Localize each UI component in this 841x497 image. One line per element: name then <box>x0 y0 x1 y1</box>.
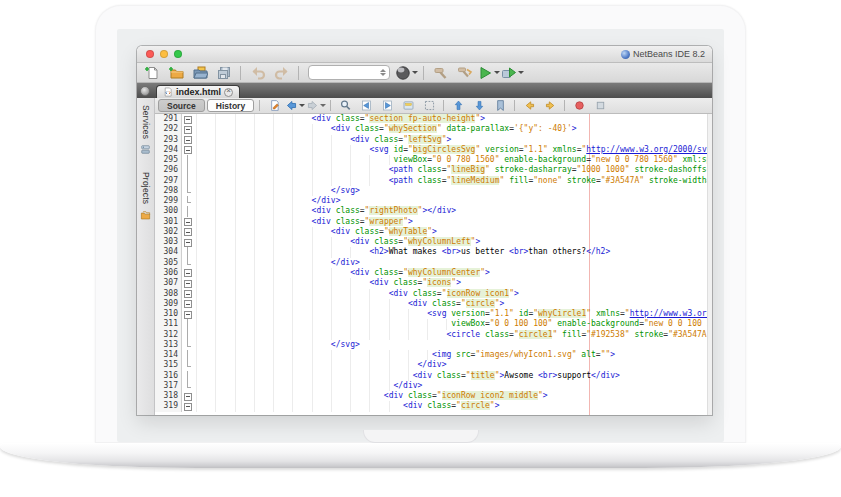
code-line-306[interactable]: 306<div class="whyColumnCenter"> <box>155 268 712 278</box>
fold-marker[interactable] <box>182 217 195 227</box>
dropdown-caret-icon[interactable] <box>412 71 418 74</box>
view-switch: SourceHistory <box>158 99 254 112</box>
fold-marker[interactable] <box>182 278 195 288</box>
previous-bookmark-button[interactable] <box>449 98 467 113</box>
fold-marker[interactable] <box>182 309 195 319</box>
code-line-291[interactable]: 291<div class="section fp-auto-height"> <box>155 114 712 124</box>
fold-marker[interactable] <box>182 391 195 401</box>
open-project-icon <box>192 65 208 81</box>
code-line-311[interactable]: 311viewBox="0 0 100 100" enable-backgrou… <box>155 319 712 329</box>
clean-build-project-button[interactable] <box>454 63 475 82</box>
open-project-button[interactable] <box>189 63 210 82</box>
new-project-button[interactable] <box>165 63 186 82</box>
shift-line-right-button[interactable] <box>541 98 559 113</box>
sidebar-tab-services[interactable]: Services <box>140 105 151 159</box>
find-previous-occurrence-button[interactable] <box>357 98 375 113</box>
code-line-312[interactable]: 312<circle class="circle1" fill="#192538… <box>155 330 712 340</box>
code-line-301[interactable]: 301<div class="wrapper"> <box>155 217 712 227</box>
code-line-300[interactable]: 300<div class="rightPhoto"></div> <box>155 206 712 216</box>
zoom-window-button[interactable] <box>174 50 182 58</box>
toggle-bookmark-button[interactable] <box>491 98 509 113</box>
close-tab-icon[interactable] <box>224 88 233 97</box>
code-line-309[interactable]: 309<div class="circle"> <box>155 299 712 309</box>
shift-line-left-button[interactable] <box>520 98 538 113</box>
debug-project-button[interactable] <box>502 63 523 82</box>
close-window-button[interactable] <box>146 50 154 58</box>
netbeans-window: NetBeans IDE 8.2 index.html Services Pro… <box>137 46 712 415</box>
code-line-308[interactable]: 308<div class="iconRow icon1"> <box>155 289 712 299</box>
view-source-button[interactable]: Source <box>158 99 205 112</box>
code-line-298[interactable]: 298</svg> <box>155 186 712 196</box>
code-text: </div> <box>195 360 446 370</box>
code-line-314[interactable]: 314<img src="images/whyIcon1.svg" alt=""… <box>155 350 712 360</box>
error-stripe[interactable] <box>707 114 712 415</box>
code-line-297[interactable]: 297<path class="lineMedium" fill="none" … <box>155 176 712 186</box>
find-next-occurrence-button[interactable] <box>378 98 396 113</box>
dropdown-caret-icon[interactable] <box>299 104 305 107</box>
start-macro-recording-button[interactable] <box>570 98 588 113</box>
save-all-button[interactable] <box>213 63 234 82</box>
code-line-318[interactable]: 318<div class="iconRow icon2 middle"> <box>155 391 712 401</box>
fold-marker[interactable] <box>182 237 195 247</box>
last-edit-button[interactable] <box>265 98 283 113</box>
indent-guides <box>196 217 312 227</box>
fold-marker[interactable] <box>182 114 195 124</box>
code-line-292[interactable]: 292<div class="whySection" data-parallax… <box>155 124 712 134</box>
find-button[interactable] <box>336 98 354 113</box>
toolbar-separator <box>443 100 444 111</box>
fold-marker[interactable] <box>182 135 195 145</box>
indent-guides <box>196 381 393 391</box>
code-line-305[interactable]: 305</div> <box>155 258 712 268</box>
code-line-319[interactable]: 319<div class="circle"> <box>155 401 712 411</box>
sidebar-tab-projects[interactable]: Projects <box>140 172 151 224</box>
code-line-296[interactable]: 296<path class="lineBig" stroke-dasharra… <box>155 165 712 175</box>
code-line-316[interactable]: 316<div class="title">Awsome <br>support… <box>155 371 712 381</box>
fold-marker[interactable] <box>182 227 195 237</box>
back-button[interactable] <box>286 98 304 113</box>
combobox-stepper-icon[interactable] <box>380 69 386 76</box>
toolbar-separator <box>514 100 515 111</box>
code-editor[interactable]: 291<div class="section fp-auto-height">2… <box>155 114 712 415</box>
build-project-button[interactable] <box>430 63 451 82</box>
code-line-293[interactable]: 293<div class="leftSvg"> <box>155 135 712 145</box>
browser-select-button[interactable] <box>396 63 417 82</box>
tab-index-html[interactable]: index.html <box>156 85 240 98</box>
project-configuration-combobox[interactable] <box>308 65 390 80</box>
next-bookmark-button[interactable] <box>470 98 488 113</box>
stop-macro-recording-button[interactable] <box>591 98 609 113</box>
code-line-294[interactable]: 294<svg id="bigCirclesSvg" version="1.1"… <box>155 145 712 155</box>
undo-button[interactable] <box>247 63 268 82</box>
fold-marker[interactable] <box>182 289 195 299</box>
fold-marker[interactable] <box>182 401 195 411</box>
code-line-299[interactable]: 299</div> <box>155 196 712 206</box>
code-line-315[interactable]: 315</div> <box>155 360 712 370</box>
dropdown-caret-icon[interactable] <box>320 104 326 107</box>
code-line-303[interactable]: 303<div class="whyColumnLeft"> <box>155 237 712 247</box>
editor-tab-corner-icon[interactable] <box>140 86 150 96</box>
code-line-304[interactable]: 304<h2>What makes <br>us better <br>than… <box>155 247 712 257</box>
new-file-button[interactable] <box>141 63 162 82</box>
fold-marker[interactable] <box>182 145 195 155</box>
run-project-button[interactable] <box>478 63 499 82</box>
line-number: 295 <box>155 155 182 165</box>
forward-button[interactable] <box>307 98 325 113</box>
minimize-window-button[interactable] <box>160 50 168 58</box>
line-number: 311 <box>155 319 182 329</box>
code-line-313[interactable]: 313</svg> <box>155 340 712 350</box>
code-line-310[interactable]: 310<svg version="1.1" id="whyCircle1" xm… <box>155 309 712 319</box>
code-line-295[interactable]: 295viewBox="0 0 780 1560" enable-backgro… <box>155 155 712 165</box>
dropdown-caret-icon[interactable] <box>518 71 524 74</box>
dropdown-caret-icon[interactable] <box>494 71 500 74</box>
fold-marker[interactable] <box>182 299 195 309</box>
code-line-302[interactable]: 302<div class="whyTable"> <box>155 227 712 237</box>
fold-marker[interactable] <box>182 268 195 278</box>
view-history-button[interactable]: History <box>207 99 254 112</box>
redo-button[interactable] <box>271 63 292 82</box>
code-text: <h2>What makes <br>us better <br>than ot… <box>195 247 610 257</box>
toggle-highlight-search-button[interactable] <box>399 98 417 113</box>
fold-marker[interactable] <box>182 124 195 134</box>
code-line-307[interactable]: 307<div class="icons"> <box>155 278 712 288</box>
toggle-rectangular-selection-button[interactable] <box>420 98 438 113</box>
code-text: <div class="whySection" data-parallax='{… <box>195 124 577 134</box>
code-line-317[interactable]: 317</div> <box>155 381 712 391</box>
